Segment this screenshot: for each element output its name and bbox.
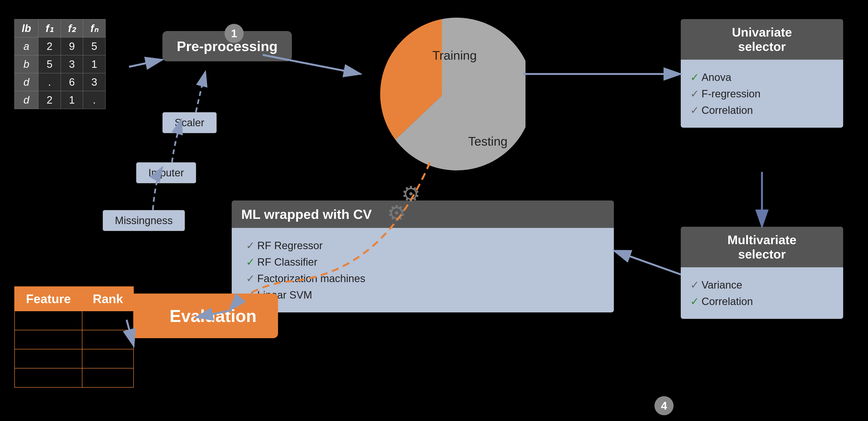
table-row: a 2 9 5 [14,37,105,55]
univariate-body: ✓ Anova ✓ F-regression ✓ Correlation [681,60,843,128]
pie-chart: Training Testing [358,12,525,180]
step-number-1: 1 [224,24,244,43]
multivariate-box: 3 Multivariateselector ✓ Variance ✓ Corr… [681,227,843,319]
evaluation-label: Evaluation [169,306,256,326]
table-header-fn: fₙ [83,19,105,37]
imputer-box: Imputer [136,162,196,183]
table-header-f2: f₂ [61,19,83,37]
ml-box: 4 ML wrapped with CV ✓ RF Regressor ✓ RF… [232,200,614,313]
monitor-icon: ⌁ [148,302,162,330]
dashed-scaler-preproc [196,72,206,112]
univariate-box: 2 Univariateselector ✓ Anova ✓ F-regress… [681,19,843,128]
ml-item-factorization: ✓ Factorization machines [246,272,599,285]
check-fregression: ✓ [690,88,699,100]
check-anova: ✓ [690,71,699,83]
table-row: d . 6 3 [14,73,105,91]
ml-item-linearsvm: ✓ Linear SVM [246,289,599,301]
multivariate-header: Multivariateselector [681,227,843,267]
feature-rank-row [14,330,133,349]
ml-body: ✓ RF Regressor ✓ RF Classifier ✓ Factori… [232,228,614,313]
check-variance: ✓ [690,279,699,291]
multivariate-title: Multivariateselector [688,233,836,261]
check-correlation-uni: ✓ [690,104,699,116]
univariate-item-fregression: ✓ F-regression [690,88,834,100]
arrow-multi-ml [614,251,681,274]
missingness-label: Missingness [115,215,173,226]
check-factorization: ✓ [246,272,255,285]
testing-label: Testing [468,134,507,148]
scaler-box: Scaler [162,112,217,133]
step-number-4: 4 [654,396,674,415]
feature-rank-col2: Rank [82,287,133,311]
table-header-f1: f₁ [38,19,61,37]
scaler-label: Scaler [175,117,205,128]
check-rfregressor: ✓ [246,239,255,252]
ml-item-rfclassifier: ✓ RF Classifier [246,256,599,268]
gear-icon-2: ⚙ [387,200,406,226]
feature-rank-row [14,311,133,330]
check-rfclassifier: ✓ [246,256,255,268]
feature-rank-row [14,368,133,387]
missingness-box: Missingness [103,210,185,231]
evaluation-box: ⌁ Evaluation [127,294,278,338]
ml-item-rfregressor: ✓ RF Regressor [246,239,599,252]
ml-title: ML wrapped with CV [241,206,604,222]
check-correlation-multi: ✓ [690,295,699,307]
univariate-item-correlation: ✓ Correlation [690,104,834,116]
imputer-label: Imputer [148,167,184,179]
arrow-table-preproc [129,60,162,67]
feature-rank-col1: Feature [14,287,82,311]
table-row: d 2 1 . [14,91,105,109]
multivariate-item-variance: ✓ Variance [690,279,834,291]
multivariate-item-correlation: ✓ Correlation [690,295,834,307]
table-header-lb: lb [14,19,38,37]
table-row: b 5 3 1 [14,55,105,73]
preproc-label: Pre-processing [177,38,278,54]
univariate-item-anova: ✓ Anova [690,71,834,83]
univariate-title: Univariateselector [688,25,836,54]
feature-rank-row [14,349,133,368]
training-label: Training [432,48,477,62]
multivariate-body: ✓ Variance ✓ Correlation [681,267,843,319]
feature-rank-table: Feature Rank [14,286,134,388]
data-table: lb f₁ f₂ fₙ a 2 9 5 b 5 3 1 d . 6 3 d 2 … [14,19,105,109]
ml-header: ML wrapped with CV [232,200,614,228]
univariate-header: Univariateselector [681,19,843,60]
